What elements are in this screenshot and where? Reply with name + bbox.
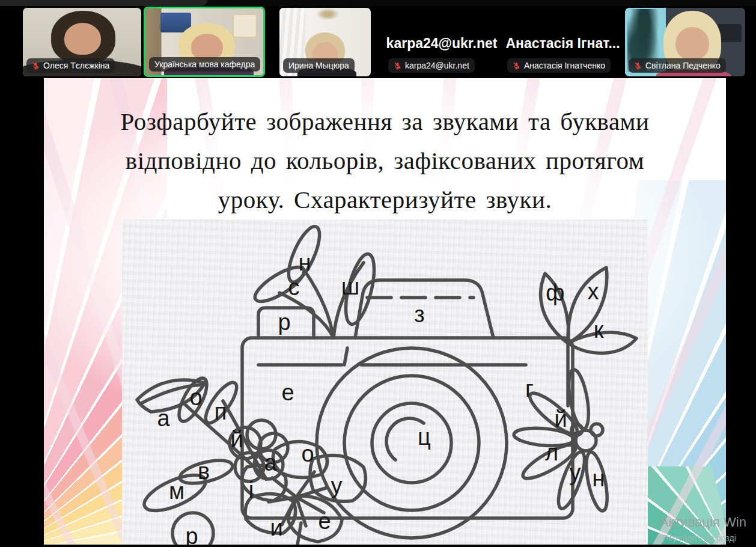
muted-mic-icon (32, 62, 40, 70)
letter-х: х (588, 279, 599, 305)
letter-о: о (189, 385, 202, 411)
name-tag: Українська мова кафедра (149, 57, 260, 72)
letter-в: в (198, 459, 210, 484)
name-tag: Ирина Мыцюра (283, 58, 355, 73)
video-tile-iryna[interactable]: Ирина Мыцюра (279, 8, 371, 76)
video-tile-svitlana[interactable]: Світлана Педченко (625, 8, 745, 76)
participant-name: Олеся Тєлєжкіна (43, 61, 109, 70)
participant-name: karpa24@ukr.net (405, 61, 469, 70)
participant-name: Світлана Педченко (645, 61, 721, 70)
title-line-3: уроку. Схарактеризуйте звуки. (44, 180, 726, 219)
participant-name: Анастасія Ігнатченко (524, 61, 605, 70)
presentation-slide: Розфарбуйте зображення за звуками та бук… (44, 78, 726, 545)
letter-а: а (264, 450, 276, 476)
title-line-2: відповідно до кольорів, зафіксованих про… (44, 141, 726, 180)
person-face (675, 27, 709, 60)
tv-screen (718, 24, 742, 42)
letter-л: л (545, 440, 558, 466)
letter-н: н (299, 250, 311, 276)
letter-н: н (593, 466, 605, 492)
audio-tile-karpa24[interactable]: karpa24@ukr.net karpa24@ukr.net (385, 8, 499, 76)
letter-й: й (554, 406, 567, 432)
person-face (64, 23, 101, 54)
slide-title: Розфарбуйте зображення за звуками та бук… (44, 102, 726, 219)
letter-р: р (278, 310, 290, 335)
camera-line-art (122, 219, 648, 545)
name-tag: Олеся Тєлєжкіна (26, 58, 115, 73)
name-tag: karpa24@ukr.net (388, 58, 475, 73)
zoom-meeting-window: { "colors": { "active_speaker_border": "… (0, 0, 756, 547)
letter-й: й (230, 427, 243, 453)
letter-а: а (157, 406, 169, 432)
muted-mic-icon (634, 62, 642, 70)
video-tile-olesia[interactable]: Олеся Тєлєжкіна (23, 8, 141, 76)
name-tag: Світлана Педченко (629, 58, 726, 73)
name-tag: Анастасія Ігнатченко (507, 58, 611, 73)
letter-і: і (249, 477, 254, 503)
letter-у: у (331, 473, 343, 499)
letter-м: м (169, 478, 184, 504)
letter-п: п (215, 399, 227, 425)
participant-filmstrip: Олеся Тєлєжкіна Українська мова кафедра … (0, 6, 756, 78)
letter-р: р (185, 524, 198, 545)
letter-з: з (414, 302, 424, 328)
letter-е: е (318, 509, 331, 534)
participant-name: Ирина Мыцюра (288, 61, 349, 70)
letter-ш: ш (341, 274, 360, 300)
letter-е: е (281, 380, 294, 406)
coloring-picture-panel: нсшрзфхкегоапйцйлаовунміуиер (122, 219, 648, 545)
person-face (191, 34, 223, 60)
letter-ц: ц (418, 424, 431, 450)
audio-tile-anastasiia[interactable]: Анастасія Ігнат... Анастасія Ігнатченко (504, 8, 622, 76)
letter-г: г (525, 376, 534, 402)
participant-display-name: karpa24@ukr.net (385, 35, 499, 52)
letter-ф: ф (546, 280, 564, 306)
letter-к: к (594, 317, 604, 343)
wall-map (233, 14, 257, 38)
chandelier (316, 8, 340, 20)
participant-name: Українська мова кафедра (154, 60, 255, 69)
participant-display-name: Анастасія Ігнат... (504, 35, 622, 52)
letter-и: и (270, 515, 282, 541)
collapsed-toolbar-tab[interactable] (0, 0, 207, 6)
video-tile-kafedra-active-speaker[interactable]: Українська мова кафедра (144, 7, 265, 77)
muted-mic-icon (394, 62, 401, 70)
title-line-1: Розфарбуйте зображення за звуками та бук… (44, 102, 726, 141)
shared-screen: Розфарбуйте зображення за звуками та бук… (0, 78, 756, 547)
letter-о: о (301, 441, 314, 467)
window-top-bar (0, 0, 756, 6)
letter-с: с (288, 275, 300, 301)
muted-mic-icon (513, 62, 520, 70)
letter-у: у (570, 460, 581, 486)
